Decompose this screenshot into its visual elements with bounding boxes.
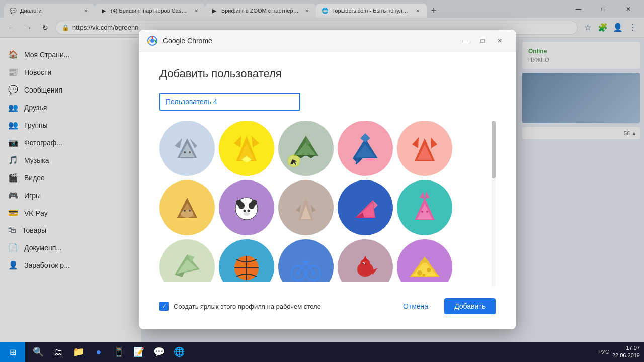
- dialog-close-button[interactable]: ✕: [492, 34, 508, 48]
- svg-marker-4: [175, 138, 182, 148]
- dialog-heading: Добавить пользователя: [159, 67, 496, 80]
- avatar-elephant-pink[interactable]: [338, 121, 393, 176]
- dialog-content: Добавить пользователя: [139, 52, 516, 329]
- avatars-grid: [159, 121, 496, 282]
- language-indicator: РУС: [598, 349, 609, 355]
- avatar-redbird[interactable]: [338, 239, 393, 282]
- svg-point-78: [417, 270, 422, 276]
- svg-marker-72: [363, 256, 368, 261]
- add-user-dialog: Google Chrome — □ ✕ Добавить пользовател…: [139, 30, 516, 329]
- svg-marker-9: [239, 143, 254, 160]
- svg-point-6: [184, 151, 186, 153]
- cancel-button[interactable]: Отмена: [393, 298, 438, 314]
- avatar-scrollbar-track[interactable]: [492, 121, 496, 286]
- avatar-panda[interactable]: [219, 180, 274, 235]
- dialog-titlebar: Google Chrome — □ ✕: [139, 30, 516, 52]
- svg-point-69: [312, 272, 315, 275]
- word-taskbar-icon[interactable]: 📝: [130, 343, 148, 361]
- avatar-turtle[interactable]: [278, 121, 334, 176]
- taskbar-tray: РУС 17:07 22.06.2019: [594, 344, 644, 360]
- svg-marker-44: [311, 205, 316, 213]
- svg-point-39: [236, 200, 242, 206]
- svg-marker-21: [360, 133, 370, 142]
- svg-marker-81: [420, 257, 430, 263]
- svg-marker-12: [242, 156, 252, 162]
- svg-point-1: [150, 39, 154, 43]
- create-shortcut-checkbox[interactable]: ✓: [159, 302, 169, 311]
- windows-icon: ⊞: [10, 347, 16, 357]
- start-button[interactable]: ⊞: [0, 342, 25, 362]
- create-shortcut-label: Создать ярлык этого профиля на рабочем с…: [174, 303, 321, 310]
- dialog-window-controls: — □ ✕: [457, 34, 508, 48]
- avatar-monkey[interactable]: [159, 180, 215, 235]
- search-taskbar-button[interactable]: 🔍: [29, 343, 47, 361]
- svg-marker-52: [425, 192, 430, 199]
- chrome-logo-icon: [147, 36, 157, 46]
- svg-point-54: [426, 211, 428, 213]
- svg-point-68: [297, 272, 300, 275]
- svg-point-53: [421, 211, 423, 213]
- svg-point-31: [189, 210, 191, 212]
- avatar-penguin[interactable]: [278, 180, 334, 235]
- svg-point-7: [189, 151, 191, 153]
- checkbox-row: ✓ Создать ярлык этого профиля на рабочем…: [159, 302, 387, 311]
- svg-point-30: [184, 210, 186, 212]
- dialog-maximize-button[interactable]: □: [474, 34, 491, 48]
- avatar-cat[interactable]: [159, 121, 215, 176]
- svg-marker-16: [306, 155, 316, 158]
- avatar-fox[interactable]: [219, 121, 274, 176]
- skype-taskbar-icon[interactable]: 💬: [150, 343, 168, 361]
- svg-marker-15: [296, 155, 306, 158]
- profile-name-input[interactable]: [159, 93, 300, 111]
- svg-point-75: [363, 263, 364, 264]
- dialog-footer: ✓ Создать ярлык этого профиля на рабочем…: [159, 298, 496, 314]
- svg-point-79: [427, 268, 431, 272]
- svg-marker-8: [236, 136, 257, 161]
- svg-point-38: [244, 212, 250, 216]
- avatar-basketball[interactable]: [219, 239, 274, 282]
- taskbar: ⊞ 🔍 🗂 📁 ● 📱 📝 💬 🌐 РУС 17:07 22.06.2019: [0, 342, 644, 362]
- viber-taskbar-icon[interactable]: 📱: [110, 343, 128, 361]
- svg-marker-26: [431, 137, 437, 148]
- dialog-title: Google Chrome: [163, 37, 452, 45]
- taskbar-clock: 17:07 22.06.2019: [612, 344, 640, 360]
- taskbar-icons: 🔍 🗂 📁 ● 📱 📝 💬 🌐: [25, 343, 594, 361]
- svg-marker-10: [234, 136, 242, 147]
- avatar-rabbit-teal[interactable]: [397, 180, 452, 235]
- avatar-bird-blue[interactable]: [338, 180, 393, 235]
- avatar-eagle[interactable]: [159, 239, 215, 282]
- avatar-scrollbar-thumb[interactable]: [492, 121, 496, 178]
- dialog-minimize-button[interactable]: —: [457, 34, 473, 48]
- avatar-cheese[interactable]: [397, 239, 452, 282]
- task-view-button[interactable]: 🗂: [49, 343, 67, 361]
- svg-marker-11: [252, 136, 259, 147]
- svg-point-29: [181, 210, 193, 218]
- svg-marker-25: [412, 137, 419, 148]
- svg-marker-51: [420, 192, 425, 199]
- avatars-container: [159, 121, 496, 286]
- svg-marker-43: [296, 205, 301, 213]
- add-user-button[interactable]: Добавить: [444, 298, 496, 314]
- avatar-fox2[interactable]: [397, 121, 452, 176]
- svg-point-36: [244, 210, 246, 212]
- svg-point-40: [251, 200, 257, 206]
- svg-point-37: [248, 210, 250, 212]
- avatar-bicycle[interactable]: [278, 239, 334, 282]
- explorer-button[interactable]: 📁: [69, 343, 88, 361]
- svg-point-80: [422, 274, 425, 277]
- chrome2-taskbar-icon[interactable]: 🌐: [170, 343, 188, 361]
- chrome-taskbar-icon[interactable]: ●: [90, 343, 108, 361]
- svg-marker-77: [412, 261, 437, 276]
